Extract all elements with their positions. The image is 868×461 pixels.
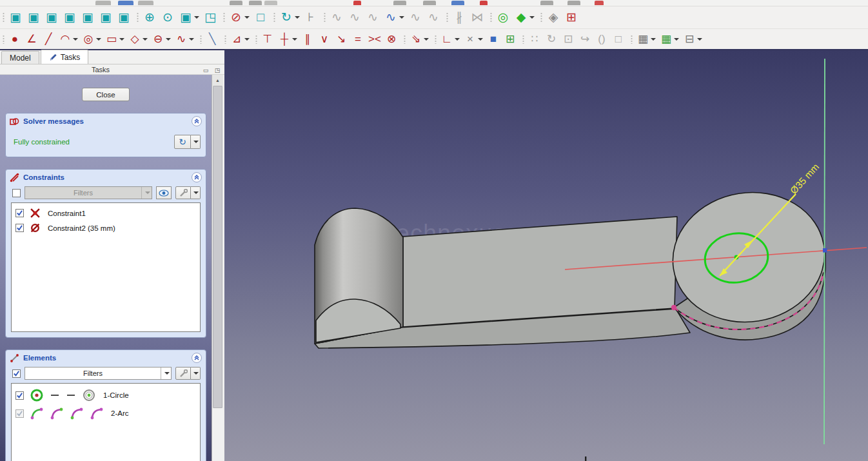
constrain-parallel-button[interactable]: ∥ — [300, 32, 315, 46]
arc-element-checkbox[interactable] — [15, 409, 24, 418]
partial-toolbar-icon[interactable] — [118, 1, 133, 5]
settings-dropdown-arrow-icon[interactable] — [191, 367, 201, 380]
dropdown-arrow-icon[interactable] — [697, 38, 702, 41]
dropdown-arrow-icon[interactable] — [73, 38, 78, 41]
element-list-item[interactable]: 1-Circle — [13, 386, 199, 404]
constraint1-checkbox[interactable] — [15, 209, 24, 217]
partial-toolbar-icon[interactable] — [95, 1, 111, 5]
box-selection-button[interactable]: □ — [252, 10, 269, 25]
join-curves-button[interactable]: ∿ — [425, 10, 442, 25]
zoom-tools-button[interactable]: ↻ — [278, 10, 301, 25]
part-bar-face[interactable] — [403, 217, 677, 327]
internal-alignment-button[interactable]: ∟ — [439, 32, 461, 46]
create-rectangle-button[interactable]: ▭ — [104, 32, 126, 46]
constraint-list-item[interactable]: Constraint1 — [13, 206, 199, 221]
combo-arrow-icon[interactable] — [161, 368, 171, 379]
create-polyline-button[interactable]: ∠ — [24, 32, 39, 46]
dropdown-arrow-icon[interactable] — [119, 38, 124, 41]
create-slot-button[interactable]: ⊖ — [150, 32, 172, 46]
refresh-icon[interactable]: ↻ — [174, 135, 191, 149]
view-rear-button[interactable]: ▣ — [79, 10, 96, 25]
origin-point[interactable] — [823, 248, 827, 253]
tab-model[interactable]: Model — [1, 51, 39, 64]
refresh-dropdown-arrow-icon[interactable] — [191, 135, 201, 149]
constraints-header[interactable]: Constraints — [6, 170, 206, 184]
create-line-button[interactable]: ╱ — [41, 32, 56, 46]
element-list-item[interactable]: 2-Arc — [13, 404, 199, 422]
dropdown-arrow-icon[interactable] — [399, 16, 404, 19]
view-top-button[interactable]: ▣ — [43, 10, 60, 25]
fit-all-button[interactable]: ⊕ — [141, 10, 158, 25]
symmetry-tool-button[interactable]: ∦ — [451, 10, 468, 25]
view-right-button[interactable]: ▣ — [61, 10, 78, 25]
elements-filter-checkbox[interactable] — [12, 369, 21, 378]
dropdown-arrow-icon[interactable] — [455, 38, 460, 41]
settings-dropdown-arrow-icon[interactable] — [191, 186, 201, 199]
dropdown-arrow-icon[interactable] — [295, 16, 300, 19]
solver-messages-header[interactable]: Solver messages — [6, 113, 206, 128]
settings-wrench-icon[interactable] — [175, 186, 191, 199]
rotate-tool-button[interactable]: ↻ — [544, 32, 559, 46]
dropdown-arrow-icon[interactable] — [143, 38, 148, 41]
dropdown-arrow-icon[interactable] — [244, 38, 250, 41]
show-hide-constraints-button[interactable] — [156, 186, 172, 199]
toggle-constraints-button[interactable]: × — [462, 32, 484, 46]
sketch-edit-tools-button[interactable]: ⊿ — [229, 32, 251, 46]
fit-selection-button[interactable]: ⊙ — [159, 10, 176, 25]
combo-arrow-icon[interactable] — [141, 187, 152, 199]
scrollbar-up-arrow-icon[interactable]: ▲ — [212, 75, 223, 86]
create-arc-button[interactable]: ◠ — [57, 32, 79, 46]
dropdown-arrow-icon[interactable] — [292, 38, 297, 41]
partial-toolbar-icon[interactable] — [230, 1, 242, 5]
constrain-dimension-button[interactable]: ⇘ — [408, 32, 430, 46]
close-button[interactable]: Close — [82, 88, 130, 101]
tab-tasks[interactable]: Tasks — [41, 50, 89, 64]
partial-toolbar-icon[interactable] — [138, 1, 153, 5]
partial-toolbar-icon[interactable] — [393, 1, 406, 5]
constraints-filter-checkbox[interactable] — [12, 189, 21, 197]
dropdown-arrow-icon[interactable] — [189, 38, 194, 41]
copy-paste-tools-button[interactable]: ⊞ — [563, 10, 580, 25]
circle-element-checkbox[interactable] — [15, 391, 24, 400]
dropdown-arrow-icon[interactable] — [96, 38, 101, 41]
partial-toolbar-icon[interactable] — [567, 1, 580, 5]
carbon-copy-button[interactable]: ⊞ — [502, 32, 518, 46]
dropdown-arrow-icon[interactable] — [166, 38, 171, 41]
clone-tool-button[interactable]: ⋈ — [469, 10, 486, 25]
partial-toolbar-icon[interactable] — [451, 1, 464, 5]
constraint2-checkbox[interactable] — [15, 224, 24, 232]
scale-tool-button[interactable]: ⊡ — [560, 32, 576, 46]
dropdown-arrow-icon[interactable] — [529, 16, 535, 19]
external-geometry-button[interactable]: ■ — [486, 32, 501, 46]
dropdown-arrow-icon[interactable] — [244, 16, 250, 19]
partial-toolbar-icon[interactable] — [249, 1, 262, 5]
decrease-bspline-degree-button[interactable]: ∿ — [364, 10, 381, 25]
part-body[interactable] — [315, 182, 834, 348]
constraints-filter-combobox[interactable]: Filters — [25, 186, 152, 199]
create-polygon-button[interactable]: ◇ — [127, 32, 149, 46]
partial-toolbar-icon[interactable] — [264, 1, 277, 5]
elements-header[interactable]: Elements — [6, 350, 206, 365]
dropdown-arrow-icon[interactable] — [478, 38, 483, 41]
constrain-equal-button[interactable]: = — [350, 32, 366, 46]
toggle-grid-button[interactable]: ▦ — [635, 32, 657, 46]
constrain-tangent-button[interactable]: ↘ — [333, 32, 349, 46]
partial-toolbar-icon[interactable] — [480, 1, 488, 5]
dropdown-arrow-icon[interactable] — [194, 16, 199, 19]
toggle-snap-button[interactable]: ▦ — [658, 32, 680, 46]
ellipse-tools-button[interactable]: ◈ — [545, 10, 562, 25]
panel-minimize-icon[interactable]: ▭ — [201, 66, 210, 74]
measure-caliper-button[interactable]: ⊦ — [302, 10, 319, 25]
create-point-button[interactable]: ● — [7, 32, 23, 46]
edit-polygon-button[interactable]: ◆ — [513, 10, 536, 25]
view-front-button[interactable]: ▣ — [25, 10, 42, 25]
insert-knot-button[interactable]: ∿ — [407, 10, 424, 25]
draw-style-button[interactable]: ▣ — [177, 10, 201, 25]
dropdown-arrow-icon[interactable] — [674, 38, 679, 41]
elements-filter-combobox[interactable]: Filters — [25, 367, 172, 380]
partial-toolbar-icon[interactable] — [353, 1, 361, 5]
constraints-collapse-button[interactable] — [192, 172, 202, 182]
construction-mode-button[interactable]: ╲ — [204, 32, 220, 46]
constrain-horizontal-vertical-button[interactable]: ┼ — [277, 32, 299, 46]
create-bspline-button[interactable]: ∿ — [173, 32, 195, 46]
